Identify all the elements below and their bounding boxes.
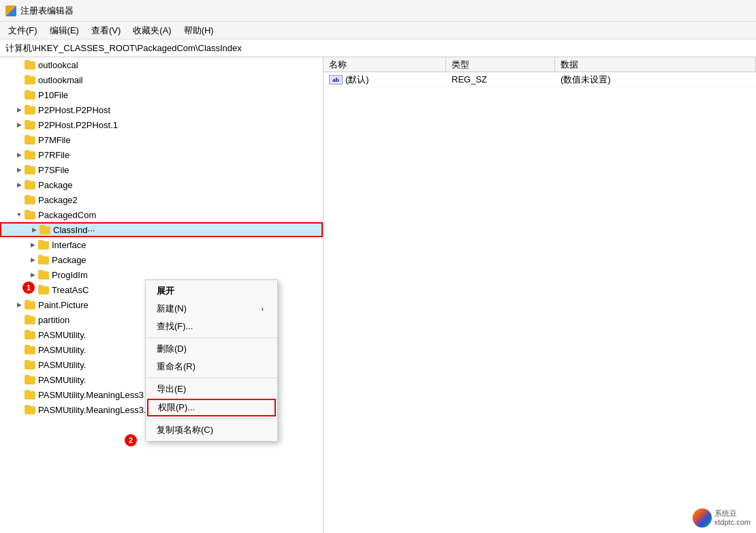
ctx-permissions[interactable]: 权限(P)...: [147, 399, 276, 416]
ctx-new-label: 新建(N): [157, 303, 187, 315]
right-panel: 名称 类型 数据 ab (默认) REG_SZ (数值未设置): [324, 57, 756, 533]
folder-icon: [25, 195, 35, 204]
tree-item-interface[interactable]: Interface: [0, 237, 323, 252]
tree-item-outlookmail[interactable]: outlookmail: [0, 72, 323, 87]
cell-data: (数值未设置): [555, 72, 756, 87]
tree-item-outlookcal[interactable]: outlookcal: [0, 57, 323, 72]
tree-label: PackagedCom: [38, 210, 96, 220]
folder-icon: [25, 300, 35, 309]
col-header-data: 数据: [555, 57, 756, 72]
expand-arrow[interactable]: [29, 224, 40, 235]
tree-item-p7mfile[interactable]: P7MFile: [0, 132, 323, 147]
expand-arrow[interactable]: [27, 269, 38, 280]
reg-ab-icon: ab: [329, 75, 343, 85]
ctx-expand-label: 展开: [157, 285, 174, 297]
watermark-site: xtdptc.com: [714, 518, 751, 527]
ctx-copy[interactable]: 复制项名称(C): [146, 421, 277, 439]
tree-item-classindex[interactable]: ClassInd···: [0, 222, 323, 237]
tree-label: P7MFile: [38, 135, 71, 145]
folder-icon: [25, 90, 35, 100]
tree-label: Interface: [52, 240, 86, 250]
tree-item-p2phost1[interactable]: P2PHost.P2PHost.1: [0, 117, 323, 132]
tree-label: P2PHost.P2PHost: [38, 105, 110, 115]
tree-item-p7sfile[interactable]: P7SFile: [0, 162, 323, 177]
tree-item-packagedcom[interactable]: PackagedCom: [0, 207, 323, 222]
folder-icon: [25, 345, 35, 354]
folder-icon: [25, 150, 35, 159]
tree-label: P7RFile: [38, 150, 69, 160]
watermark: 系统豆 xtdptc.com: [693, 508, 751, 528]
tree-label: Package2: [38, 195, 78, 205]
tree-label: ProgIdIm: [52, 270, 88, 280]
tree-label: ClassInd···: [53, 225, 95, 235]
expand-arrow[interactable]: [27, 239, 38, 250]
folder-icon: [25, 390, 35, 399]
expand-arrow[interactable]: [14, 209, 25, 220]
badge-2: 2: [125, 434, 137, 446]
folder-icon: [25, 330, 35, 339]
expand-arrow[interactable]: [14, 104, 25, 115]
ctx-export[interactable]: 导出(E): [146, 380, 277, 398]
ctx-rename-label: 重命名(R): [157, 361, 195, 373]
ctx-expand[interactable]: 展开: [146, 282, 277, 300]
watermark-brand: 系统豆: [714, 509, 751, 518]
badge-1: 1: [22, 281, 35, 294]
tree-label: P2PHost.P2PHost.1: [38, 120, 118, 130]
context-menu: 展开 新建(N) › 查找(F)... 删除(D) 重命名(R) 导出(E) 权…: [145, 279, 278, 442]
ctx-delete[interactable]: 删除(D): [146, 340, 277, 358]
tree-item-p7rfile[interactable]: P7RFile: [0, 147, 323, 162]
title-bar: 注册表编辑器: [0, 0, 756, 22]
ctx-find[interactable]: 查找(F)...: [146, 318, 277, 335]
folder-icon: [25, 165, 35, 174]
ctx-new[interactable]: 新建(N) ›: [146, 300, 277, 318]
expand-arrow[interactable]: [14, 119, 25, 130]
watermark-logo: [693, 508, 712, 528]
tree-label: P10File: [38, 90, 68, 100]
folder-icon: [25, 375, 35, 384]
ctx-rename[interactable]: 重命名(R): [146, 358, 277, 376]
tree-label: PASMUtility.MeaningLess3.2: [38, 405, 151, 415]
tree-label: Package: [38, 180, 73, 190]
expand-arrow[interactable]: [14, 299, 25, 310]
folder-icon: [40, 225, 50, 234]
tree-label: PASMUtility.MeaningLess3: [38, 390, 144, 400]
folder-icon: [25, 360, 35, 369]
folder-icon: [25, 75, 35, 85]
cell-name-text: (默认): [345, 74, 369, 86]
tree-item-package[interactable]: Package: [0, 177, 323, 192]
tree-label: PASMUtility.: [38, 345, 86, 355]
tree-item-p2phost[interactable]: P2PHost.P2PHost: [0, 102, 323, 117]
tree-label: PASMUtility.: [38, 330, 86, 340]
menu-edit[interactable]: 编辑(E): [44, 23, 84, 38]
ctx-find-label: 查找(F)...: [157, 320, 193, 333]
tree-item-p10file[interactable]: P10File: [0, 87, 323, 102]
tree-label: outlookmail: [38, 75, 83, 85]
menu-favorites[interactable]: 收藏夹(A): [127, 23, 176, 38]
folder-icon: [25, 105, 35, 115]
tree-label: PASMUtility.: [38, 375, 86, 385]
registry-row[interactable]: ab (默认) REG_SZ (数值未设置): [324, 72, 756, 87]
ctx-delete-label: 删除(D): [157, 343, 187, 355]
menu-file[interactable]: 文件(F): [3, 23, 43, 38]
folder-icon: [25, 135, 35, 144]
menu-help[interactable]: 帮助(H): [178, 23, 219, 38]
expand-arrow[interactable]: [14, 179, 25, 190]
tree-label: Paint.Picture: [38, 300, 89, 310]
tree-item-package2[interactable]: Package2: [0, 192, 323, 207]
folder-icon: [25, 405, 35, 414]
folder-icon: [25, 210, 35, 219]
right-header: 名称 类型 数据: [324, 57, 756, 72]
expand-arrow[interactable]: [14, 149, 25, 160]
address-bar: 计算机\HKEY_CLASSES_ROOT\PackagedCom\ClassI…: [0, 40, 756, 57]
folder-icon: [38, 270, 49, 279]
title-bar-text: 注册表编辑器: [20, 5, 74, 17]
cell-type: REG_SZ: [446, 73, 555, 86]
tree-item-package3[interactable]: Package: [0, 252, 323, 267]
expand-arrow[interactable]: [14, 164, 25, 175]
tree-label: outlookcal: [38, 60, 78, 70]
menu-view[interactable]: 查看(V): [86, 23, 126, 38]
expand-arrow[interactable]: [27, 254, 38, 265]
ctx-export-label: 导出(E): [157, 383, 186, 395]
address-text: 计算机\HKEY_CLASSES_ROOT\PackagedCom\ClassI…: [5, 42, 242, 55]
folder-icon: [25, 180, 35, 189]
